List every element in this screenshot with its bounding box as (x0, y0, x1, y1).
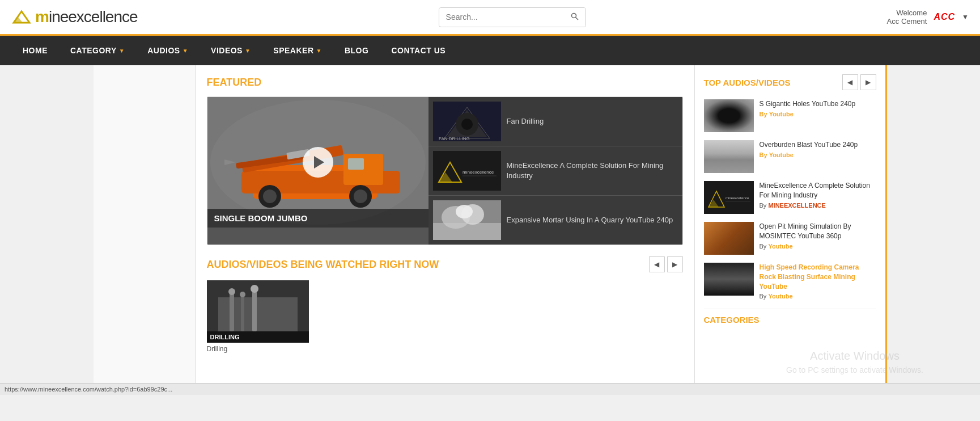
side-thumb-0: FAN DRILLING (433, 102, 501, 141)
acc-logo: ACC (934, 12, 955, 22)
top-video-by-3: By Youtube (760, 243, 876, 250)
featured-title: FEATURED (207, 77, 683, 89)
top-video-1[interactable]: Overburden Blast YouTube 240p By Youtube (704, 140, 876, 173)
top-video-thumb-3 (704, 222, 754, 255)
top-video-thumb-1 (704, 140, 754, 173)
main-video[interactable]: Single Boom Jumbo (207, 97, 429, 245)
svg-point-41 (240, 292, 245, 297)
main-layout: FEATURED (94, 65, 887, 383)
top-videos-header: TOP AUDIOS/VIDEOS ◀ ▶ (704, 74, 876, 90)
top-video-thumb-4 (704, 263, 754, 296)
watching-cards: DRILLING Drilling (207, 280, 683, 353)
right-sidebar: TOP AUDIOS/VIDEOS ◀ ▶ S Gigantic Holes Y… (694, 65, 887, 383)
acc-logo-text: ACC (934, 12, 955, 22)
user-dropdown-arrow[interactable]: ▼ (962, 13, 969, 21)
side-video-2[interactable]: Expansive Mortar Using In A Quarry YouTu… (429, 196, 682, 245)
nav-videos[interactable]: VIDEOS ▼ (200, 36, 262, 65)
top-videos-prev-btn[interactable]: ◀ (842, 74, 858, 90)
featured-container: Single Boom Jumbo FAN DRILLING (207, 96, 683, 245)
nav-contact[interactable]: CONTACT US (380, 36, 457, 65)
svg-point-40 (228, 288, 235, 295)
top-videos-title: TOP AUDIOS/VIDEOS (704, 78, 791, 87)
logo-icon (11, 7, 32, 27)
top-video-info-3: Open Pit Mining Simulation By MOSIMTEC Y… (760, 222, 876, 250)
top-video-title-1: Overburden Blast YouTube 240p (760, 140, 876, 150)
top-video-title-2: MineExcellence A Complete Solution For M… (760, 181, 876, 200)
svg-line-3 (575, 17, 578, 20)
watching-nav-arrows: ◀ ▶ (649, 256, 683, 272)
top-video-thumb-2: mineexcellence (704, 181, 754, 214)
top-video-title-3: Open Pit Mining Simulation By MOSIMTEC Y… (760, 222, 876, 241)
play-button[interactable] (303, 147, 333, 178)
watching-title: AUDIOS/VIDEOS BEING WATCHED RIGHT NOW (207, 259, 439, 271)
side-thumb-1: mineexcellence (433, 151, 501, 191)
svg-text:mineexcellence: mineexcellence (463, 170, 494, 175)
top-video-title-0: S Gigantic Holes YouTube 240p (760, 99, 876, 109)
top-video-info-1: Overburden Blast YouTube 240p By Youtube (760, 140, 876, 158)
top-video-by-1: By Youtube (760, 151, 876, 158)
nav-category[interactable]: CATEGORY ▼ (59, 36, 136, 65)
search-icon (571, 12, 579, 20)
category-dropdown-icon: ▼ (119, 48, 125, 54)
watching-next-btn[interactable]: ▶ (667, 256, 683, 272)
svg-rect-15 (348, 158, 364, 170)
audios-dropdown-icon: ▼ (183, 48, 188, 54)
svg-point-22 (461, 119, 473, 130)
side-video-title-1: MineExcellence A Complete Solution For M… (507, 161, 678, 181)
nav-blog[interactable]: BLOG (333, 36, 380, 65)
main-nav: HOME CATEGORY ▼ AUDIOS ▼ VIDEOS ▼ SPEAKE… (0, 36, 980, 65)
watching-prev-btn[interactable]: ◀ (649, 256, 665, 272)
side-video-1[interactable]: mineexcellence MineExcellence A Complete… (429, 146, 682, 196)
main-content: FEATURED (196, 65, 694, 383)
nav-speaker[interactable]: SPEAKER ▼ (262, 36, 333, 65)
svg-rect-39 (252, 289, 257, 331)
svg-text:mineexcellence: mineexcellence (726, 196, 749, 200)
watching-thumb-0: DRILLING (207, 280, 309, 343)
top-videos-nav: ◀ ▶ (842, 74, 876, 90)
top-video-4[interactable]: High Speed Recording Camera Rock Blastin… (704, 263, 876, 300)
left-sidebar (94, 65, 196, 383)
top-video-by-0: By Youtube (760, 111, 876, 117)
videos-dropdown-icon: ▼ (245, 48, 251, 54)
svg-point-11 (263, 190, 277, 203)
svg-text:FAN DRILLING: FAN DRILLING (439, 136, 470, 141)
svg-rect-38 (241, 294, 244, 331)
top-video-0[interactable]: S Gigantic Holes YouTube 240p By Youtube (704, 99, 876, 132)
logo-text: mineexcellence (35, 8, 138, 26)
top-video-info-4: High Speed Recording Camera Rock Blastin… (760, 263, 876, 300)
svg-rect-30 (433, 223, 501, 240)
top-video-by-2: By MINEEXCELLENCE (760, 202, 876, 209)
speaker-dropdown-icon: ▼ (316, 48, 322, 54)
top-video-by-4: By Youtube (760, 293, 876, 300)
svg-point-33 (456, 205, 473, 218)
user-area: Welcome Acc Cement ACC ▼ (887, 9, 969, 26)
svg-point-2 (571, 13, 576, 18)
top-video-2[interactable]: mineexcellence MineExcellence A Complete… (704, 181, 876, 214)
side-video-title-2: Expansive Mortar Using In A Quarry YouTu… (507, 215, 673, 225)
header: mineexcellence Welcome Acc Cement ACC ▼ (0, 0, 980, 36)
top-videos-next-btn[interactable]: ▶ (860, 74, 876, 90)
search-button[interactable] (564, 8, 586, 27)
nav-home[interactable]: HOME (11, 36, 59, 65)
search-bar (439, 7, 586, 27)
svg-point-42 (251, 285, 258, 293)
svg-point-13 (354, 190, 367, 203)
watching-header: AUDIOS/VIDEOS BEING WATCHED RIGHT NOW ◀ … (207, 256, 683, 272)
top-video-3[interactable]: Open Pit Mining Simulation By MOSIMTEC Y… (704, 222, 876, 255)
watching-card-title-0: Drilling (207, 343, 309, 353)
top-video-info-0: S Gigantic Holes YouTube 240p By Youtube (760, 99, 876, 117)
side-videos-list: FAN DRILLING Fan Drilling mineexcellence (429, 97, 682, 245)
main-video-label: Single Boom Jumbo (207, 209, 429, 228)
logo[interactable]: mineexcellence (11, 7, 138, 27)
url-bar: https://www.mineexcellence.com/watch.php… (0, 383, 980, 395)
welcome-text: Welcome Acc Cement (887, 9, 927, 26)
side-thumb-2 (433, 200, 501, 240)
main-video-thumbnail: Single Boom Jumbo (207, 97, 429, 228)
side-video-0[interactable]: FAN DRILLING Fan Drilling (429, 97, 682, 146)
categories-title: CATEGORIES (704, 309, 876, 325)
search-input[interactable] (439, 8, 564, 26)
svg-rect-37 (230, 292, 234, 331)
watching-card-0[interactable]: DRILLING Drilling (207, 280, 309, 353)
nav-audios[interactable]: AUDIOS ▼ (136, 36, 200, 65)
top-video-info-2: MineExcellence A Complete Solution For M… (760, 181, 876, 209)
